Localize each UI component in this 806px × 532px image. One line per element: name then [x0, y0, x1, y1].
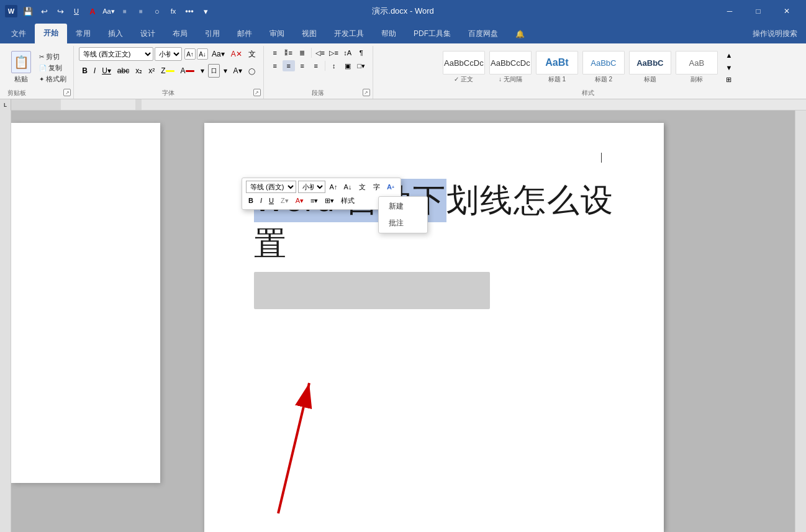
clear-format-button[interactable]: A✕	[229, 47, 245, 61]
tab-home[interactable]: 开始	[35, 24, 67, 43]
tab-insert[interactable]: 插入	[99, 25, 132, 43]
maximize-button[interactable]: □	[744, 0, 772, 22]
redo-button[interactable]: ↪	[53, 4, 67, 18]
cut-button[interactable]: ✂剪切	[37, 52, 68, 62]
style-heading1[interactable]: AaBt 标题 1	[535, 50, 579, 85]
highlight-button[interactable]: Z	[158, 64, 176, 78]
increase-indent-button[interactable]: ▷≡	[328, 47, 340, 58]
style-normal[interactable]: AaBbCcDc ✓ 正文	[441, 50, 486, 85]
numbered-list-button[interactable]: ⁑≡	[283, 47, 295, 58]
border-btn[interactable]: 囗	[208, 64, 220, 78]
border-para-btn[interactable]: □▾	[355, 60, 368, 71]
mini-font-size-select[interactable]: 小初	[298, 181, 325, 193]
mini-underline-button[interactable]: U	[266, 194, 276, 207]
indent-button[interactable]: ≡	[134, 4, 148, 18]
font-color-btn[interactable]: A	[178, 64, 197, 78]
mini-case-button[interactable]: 文	[356, 181, 368, 193]
tab-view[interactable]: 视图	[293, 25, 325, 43]
font-size-select[interactable]: 小初	[155, 47, 182, 61]
shape-button[interactable]: ○	[150, 4, 164, 18]
tab-design[interactable]: 设计	[132, 25, 164, 43]
superscript-button[interactable]: x²	[146, 64, 157, 78]
italic-button[interactable]: I	[91, 64, 98, 78]
aa-button[interactable]: Aa▾	[102, 4, 115, 18]
style-no-space[interactable]: AaBbCcDc ↓ 无间隔	[488, 50, 533, 85]
tab-developer[interactable]: 开发工具	[325, 25, 373, 43]
mini-font-color-btn[interactable]: A+	[384, 181, 397, 193]
format-paint-button[interactable]: ✦格式刷	[37, 74, 68, 84]
mini-indent-button[interactable]: ⊞▾	[322, 194, 337, 207]
underline-button[interactable]: U	[70, 4, 83, 18]
multilevel-list-button[interactable]: ≣	[296, 47, 309, 58]
clipboard-expand[interactable]: ↗	[63, 89, 71, 96]
style-heading2[interactable]: AaBbC 标题 2	[581, 50, 626, 85]
mini-font-color-button[interactable]: A▾	[293, 194, 306, 207]
underline-button[interactable]: U▾	[99, 64, 114, 78]
shading-para-btn[interactable]: ▣	[342, 60, 354, 71]
styles-down-button[interactable]: ▼	[723, 62, 735, 73]
phonetic-guide-btn[interactable]: ◯	[246, 64, 258, 78]
paragraph-expand[interactable]: ↗	[363, 89, 370, 96]
line-spacing-button[interactable]: ↕	[328, 60, 340, 71]
list-button[interactable]: ≡	[118, 4, 132, 18]
mini-italic-button[interactable]: I	[258, 194, 265, 207]
close-button[interactable]: ✕	[772, 0, 801, 22]
mini-font-family-select[interactable]: 等线 (西文)	[246, 181, 296, 193]
font-color-expand[interactable]: ▾	[198, 64, 207, 78]
more-button[interactable]: •••	[183, 4, 196, 18]
sort-button[interactable]: ↕A	[342, 47, 354, 58]
font-family-select[interactable]: 等线 (西文正文)	[79, 47, 153, 61]
context-comment-item[interactable]: 批注	[379, 215, 427, 232]
mini-lang-button[interactable]: 字	[370, 181, 383, 193]
mini-toolbar[interactable]: 等线 (西文) 小初 A↑ A↓ 文 字 A+ B I U	[242, 178, 401, 210]
show-marks-button[interactable]: ¶	[355, 47, 368, 58]
tab-reference[interactable]: 引用	[196, 25, 229, 43]
document-page[interactable]: Word 自动下划线怎么设置 等线 (西文) 小初 A↑ A↓ 文	[204, 123, 664, 532]
tab-file[interactable]: 文件	[2, 25, 35, 43]
expand-icon[interactable]: ▾	[199, 4, 212, 18]
align-left-button[interactable]: ≡	[269, 60, 281, 71]
mini-bold-button[interactable]: B	[246, 194, 256, 207]
strikethrough-button[interactable]: abc	[115, 64, 132, 78]
tab-layout[interactable]: 布局	[164, 25, 196, 43]
styles-more-button[interactable]: ⊞	[723, 74, 735, 86]
decrease-indent-button[interactable]: ◁≡	[314, 47, 327, 58]
decrease-font-button[interactable]: A↓	[197, 48, 208, 60]
increase-font-button[interactable]: A↑	[184, 48, 196, 60]
mini-list-button[interactable]: ≡▾	[308, 194, 320, 207]
style-title[interactable]: AaBbC 标题	[628, 50, 672, 85]
tab-common[interactable]: 常用	[67, 25, 99, 43]
minimize-button[interactable]: ─	[715, 0, 744, 22]
formula-button[interactable]: fx	[166, 4, 180, 18]
case-button[interactable]: Aa▾	[209, 47, 227, 61]
subscript-button[interactable]: x₂	[133, 64, 145, 78]
phonetic-button[interactable]: 文	[246, 47, 258, 61]
bullet-list-button[interactable]: ≡	[269, 47, 281, 58]
font-expand[interactable]: ↗	[253, 89, 261, 96]
align-right-button[interactable]: ≡	[296, 60, 309, 71]
undo-button[interactable]: ↩	[37, 4, 51, 18]
tab-search[interactable]: 操作说明搜索	[744, 25, 806, 43]
mini-style-button[interactable]: 样式	[338, 194, 357, 207]
mini-highlight-button[interactable]: Z▾	[278, 194, 291, 207]
style-subtitle[interactable]: AaB 副标	[674, 50, 719, 85]
document-content[interactable]: Word 自动下划线怎么设置 等线 (西文) 小初 A↑ A↓ 文	[204, 123, 664, 346]
align-center-button[interactable]: ≡	[283, 60, 295, 71]
font-color-button[interactable]: A	[86, 4, 99, 18]
save-button[interactable]: 💾	[21, 4, 35, 18]
copy-button[interactable]: 📄复制	[37, 63, 68, 73]
mini-decrease-font-button[interactable]: A↓	[342, 181, 354, 193]
context-new-item[interactable]: 新建	[379, 198, 427, 215]
context-menu[interactable]: 新建 批注	[378, 196, 428, 233]
bold-button[interactable]: B	[79, 64, 90, 78]
styles-up-button[interactable]: ▲	[723, 50, 735, 61]
justify-button[interactable]: ≡	[310, 60, 322, 71]
tab-bell[interactable]: 🔔	[507, 25, 533, 43]
tab-help[interactable]: 帮助	[373, 25, 405, 43]
tab-baidu[interactable]: 百度网盘	[460, 25, 507, 43]
tab-pdf[interactable]: PDF工具集	[405, 25, 460, 43]
paste-button[interactable]: 📋 粘贴	[7, 48, 35, 86]
shading-btn[interactable]: ▾	[221, 64, 230, 78]
mini-increase-font-button[interactable]: A↑	[327, 181, 340, 193]
tab-review[interactable]: 审阅	[261, 25, 293, 43]
